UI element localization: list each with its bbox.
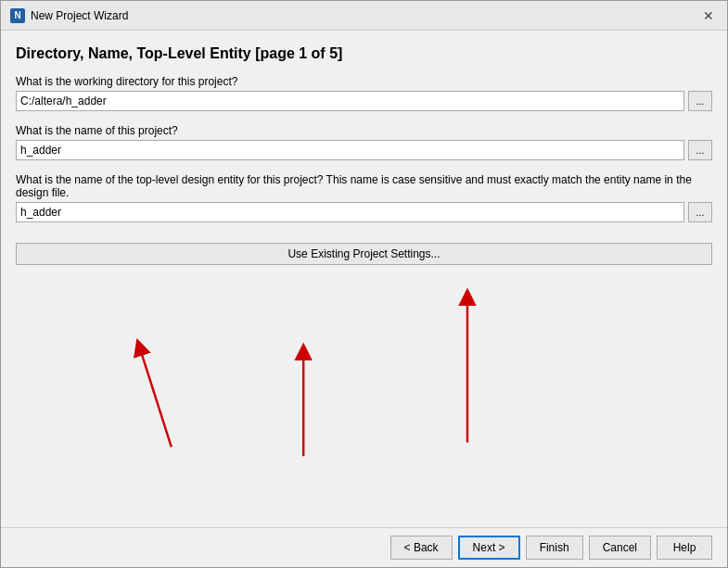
project-name-browse-button[interactable]: ... — [688, 140, 712, 160]
arrows-area — [16, 265, 712, 520]
top-level-section: What is the name of the top-level design… — [16, 173, 712, 230]
title-bar: N New Project Wizard ✕ — [1, 1, 727, 31]
window-title: New Project Wizard — [31, 9, 128, 22]
working-dir-label: What is the working directory for this p… — [16, 75, 712, 88]
help-button[interactable]: Help — [657, 536, 712, 560]
wizard-footer: < Back Next > Finish Cancel Help — [1, 527, 727, 567]
finish-button[interactable]: Finish — [526, 536, 583, 560]
svg-line-1 — [139, 347, 171, 447]
main-content: Directory, Name, Top-Level Entity [page … — [1, 31, 727, 527]
annotation-arrows — [16, 265, 712, 520]
project-name-section: What is the name of this project? ... — [16, 124, 712, 168]
use-existing-button[interactable]: Use Existing Project Settings... — [16, 243, 712, 265]
working-dir-section: What is the working directory for this p… — [16, 75, 712, 119]
page-title: Directory, Name, Top-Level Entity [page … — [16, 45, 712, 62]
close-button[interactable]: ✕ — [699, 6, 718, 25]
top-level-input[interactable] — [16, 202, 684, 222]
working-dir-input[interactable] — [16, 91, 684, 111]
project-name-row: ... — [16, 140, 712, 160]
working-dir-browse-button[interactable]: ... — [688, 91, 712, 111]
top-level-row: ... — [16, 202, 712, 222]
back-button[interactable]: < Back — [390, 536, 453, 560]
top-level-label: What is the name of the top-level design… — [16, 173, 712, 199]
cancel-button[interactable]: Cancel — [589, 536, 651, 560]
title-bar-left: N New Project Wizard — [10, 8, 128, 23]
top-level-browse-button[interactable]: ... — [688, 202, 712, 222]
project-name-input[interactable] — [16, 140, 684, 160]
next-button[interactable]: Next > — [458, 536, 520, 560]
working-dir-row: ... — [16, 91, 712, 111]
app-icon: N — [10, 8, 25, 23]
wizard-window: N New Project Wizard ✕ Directory, Name, … — [0, 0, 728, 568]
project-name-label: What is the name of this project? — [16, 124, 712, 137]
